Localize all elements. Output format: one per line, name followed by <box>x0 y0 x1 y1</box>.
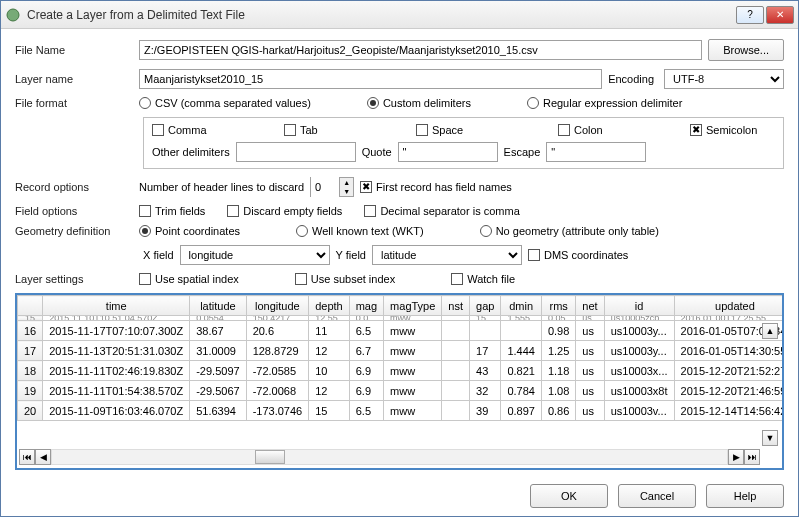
table-row[interactable]: 182015-11-11T02:46:19.830Z-29.5097-72.05… <box>18 361 783 381</box>
escape-label: Escape <box>504 146 541 158</box>
header-lines-spinner[interactable]: ▲▼ <box>310 177 354 197</box>
yfield-select[interactable]: latitude <box>372 245 522 265</box>
wkt-radio[interactable]: Well known text (WKT) <box>296 225 424 237</box>
trim-check[interactable]: Trim fields <box>139 205 205 217</box>
scroll-left-icon[interactable]: ◀ <box>35 449 51 465</box>
encoding-label: Encoding <box>608 73 654 85</box>
app-icon <box>5 7 21 23</box>
spin-up[interactable]: ▲ <box>339 178 353 187</box>
nogeom-radio[interactable]: No geometry (attribute only table) <box>480 225 659 237</box>
xy-row: X field longitude Y field latitude DMS c… <box>143 245 784 265</box>
quote-label: Quote <box>362 146 392 158</box>
spin-down[interactable]: ▼ <box>339 187 353 196</box>
column-header[interactable]: net <box>576 296 604 316</box>
point-radio[interactable]: Point coordinates <box>139 225 240 237</box>
geometry-row: Geometry definition Point coordinates We… <box>15 225 784 237</box>
titlebar: Create a Layer from a Delimited Text Fil… <box>1 1 798 29</box>
discard-empty-check[interactable]: Discard empty fields <box>227 205 342 217</box>
filename-row: File Name Browse... <box>15 39 784 61</box>
space-check[interactable]: Space <box>416 124 536 136</box>
csv-radio[interactable]: CSV (comma separated values) <box>139 97 311 109</box>
layer-settings-label: Layer settings <box>15 273 133 285</box>
vertical-scrollbar[interactable]: ▲ ▼ <box>762 323 778 446</box>
close-titlebar-button[interactable]: ✕ <box>766 6 794 24</box>
svg-point-0 <box>7 9 19 21</box>
spatial-index-check[interactable]: Use spatial index <box>139 273 239 285</box>
table-row[interactable]: 202015-11-09T16:03:46.070Z51.6394-173.07… <box>18 401 783 421</box>
scroll-right-icon[interactable]: ▶ <box>728 449 744 465</box>
scroll-first-icon[interactable]: ⏮ <box>19 449 35 465</box>
xfield-label: X field <box>143 249 174 261</box>
filename-label: File Name <box>15 44 133 56</box>
column-header[interactable]: depth <box>309 296 350 316</box>
header-lines-label: Number of header lines to discard <box>139 181 304 193</box>
custom-delimiters-radio[interactable]: Custom delimiters <box>367 97 471 109</box>
column-header[interactable]: gap <box>470 296 501 316</box>
scroll-up-icon[interactable]: ▲ <box>762 323 778 339</box>
comma-check[interactable]: Comma <box>152 124 262 136</box>
delimiter-box: Comma Tab Space Colon ✖Semicolon Other d… <box>143 117 784 169</box>
semicolon-check[interactable]: ✖Semicolon <box>690 124 757 136</box>
dms-check[interactable]: DMS coordinates <box>528 249 628 261</box>
table-row[interactable]: 162015-11-17T07:10:07.300Z38.6720.6116.5… <box>18 321 783 341</box>
layername-input[interactable] <box>139 69 602 89</box>
preview-table-container: timelatitudelongitudedepthmagmagTypenstg… <box>15 293 784 470</box>
column-header[interactable]: time <box>43 296 190 316</box>
layername-row: Layer name Encoding UTF-8 <box>15 69 784 89</box>
scroll-down-icon[interactable]: ▼ <box>762 430 778 446</box>
horizontal-scrollbar[interactable]: ⏮◀ ▶⏭ <box>19 449 760 465</box>
quote-input[interactable] <box>398 142 498 162</box>
help-button[interactable]: Help <box>706 484 784 508</box>
yfield-label: Y field <box>336 249 366 261</box>
xfield-select[interactable]: longitude <box>180 245 330 265</box>
colon-check[interactable]: Colon <box>558 124 668 136</box>
column-header[interactable]: dmin <box>501 296 542 316</box>
help-titlebar-button[interactable]: ? <box>736 6 764 24</box>
layer-settings-row: Layer settings Use spatial index Use sub… <box>15 273 784 285</box>
other-delimiters-input[interactable] <box>236 142 356 162</box>
column-header[interactable] <box>18 296 43 316</box>
other-delimiters-label: Other delimiters <box>152 146 230 158</box>
watch-file-check[interactable]: Watch file <box>451 273 515 285</box>
column-header[interactable]: mag <box>349 296 383 316</box>
dialog-window: Create a Layer from a Delimited Text Fil… <box>0 0 799 517</box>
column-header[interactable]: longitude <box>246 296 309 316</box>
fileformat-row: File format CSV (comma separated values)… <box>15 97 784 109</box>
preview-table: timelatitudelongitudedepthmagmagTypenstg… <box>17 295 782 421</box>
table-row[interactable]: 192015-11-11T01:54:38.570Z-29.5067-72.00… <box>18 381 783 401</box>
column-header[interactable]: latitude <box>190 296 246 316</box>
column-header[interactable]: rms <box>541 296 575 316</box>
field-options-label: Field options <box>15 205 133 217</box>
decimal-comma-check[interactable]: Decimal separator is comma <box>364 205 519 217</box>
scroll-thumb[interactable] <box>255 450 285 464</box>
column-header[interactable]: id <box>604 296 674 316</box>
subset-index-check[interactable]: Use subset index <box>295 273 395 285</box>
ok-button[interactable]: OK <box>530 484 608 508</box>
encoding-select[interactable]: UTF-8 <box>664 69 784 89</box>
fileformat-label: File format <box>15 97 133 109</box>
geometry-label: Geometry definition <box>15 225 133 237</box>
first-record-check[interactable]: ✖First record has field names <box>360 181 512 193</box>
layername-label: Layer name <box>15 73 133 85</box>
browse-button[interactable]: Browse... <box>708 39 784 61</box>
escape-input[interactable] <box>546 142 646 162</box>
window-title: Create a Layer from a Delimited Text Fil… <box>27 8 734 22</box>
field-options-row: Field options Trim fields Discard empty … <box>15 205 784 217</box>
column-header[interactable]: updated <box>674 296 782 316</box>
record-options-row: Record options Number of header lines to… <box>15 177 784 197</box>
cancel-button[interactable]: Cancel <box>618 484 696 508</box>
tab-check[interactable]: Tab <box>284 124 394 136</box>
table-row[interactable]: 172015-11-13T20:51:31.030Z31.0009128.872… <box>18 341 783 361</box>
scroll-last-icon[interactable]: ⏭ <box>744 449 760 465</box>
record-options-label: Record options <box>15 181 133 193</box>
regex-radio[interactable]: Regular expression delimiter <box>527 97 682 109</box>
dialog-content: File Name Browse... Layer name Encoding … <box>1 29 798 516</box>
column-header[interactable]: magType <box>384 296 442 316</box>
dialog-buttons: OK Cancel Help <box>15 478 784 508</box>
filename-input[interactable] <box>139 40 702 60</box>
column-header[interactable]: nst <box>442 296 470 316</box>
